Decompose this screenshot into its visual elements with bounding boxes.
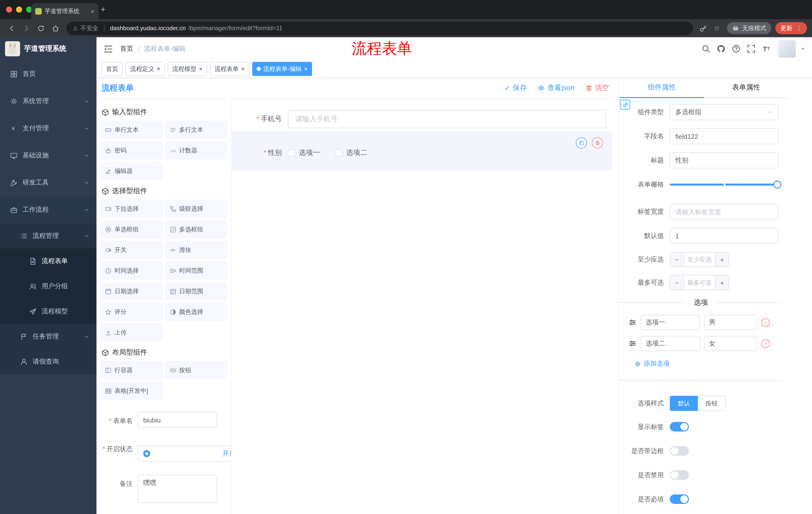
status-on-radio[interactable]: 开启 [138, 445, 232, 462]
sidebar-item-process-management[interactable]: 流程管理 [0, 223, 96, 248]
option-name-input[interactable] [641, 315, 700, 330]
palette-item-color-picker[interactable]: 颜色选择 [165, 303, 227, 321]
reload-button[interactable] [34, 21, 48, 35]
selected-widget-gender[interactable]: *性别 选项一 选项二 [232, 131, 612, 170]
window-close-button[interactable] [6, 6, 12, 12]
tag-process-model[interactable]: 流程模型× [168, 62, 207, 76]
decrease-button[interactable]: − [670, 276, 684, 290]
fullscreen-icon[interactable] [747, 44, 756, 54]
palette-item-single-line-text[interactable]: 单行文本 [100, 121, 163, 139]
palette-item-switch[interactable]: 开关 [100, 241, 163, 259]
remark-textarea[interactable]: 嘿嘿 [138, 475, 217, 503]
tag-close-icon[interactable]: × [199, 66, 203, 72]
decrease-button[interactable]: − [670, 252, 684, 267]
palette-item-cascader[interactable]: 级联选择 [165, 200, 227, 218]
tag-close-icon[interactable]: × [157, 66, 160, 72]
title-input[interactable] [670, 153, 778, 168]
tab-close-icon[interactable]: × [91, 8, 94, 14]
tab-component-props[interactable]: 组件属性 [619, 77, 704, 98]
option-value-input[interactable] [704, 315, 757, 330]
min-select-value[interactable]: 至少应选 [684, 252, 715, 267]
palette-item-row-container[interactable]: 行容器 [100, 361, 163, 379]
link-badge[interactable] [620, 100, 630, 110]
palette-item-slider[interactable]: 滑块 [165, 241, 227, 259]
drag-handle-icon[interactable] [629, 340, 637, 348]
security-warning-icon[interactable]: ⚠ [73, 25, 78, 31]
browser-tab[interactable]: 芋道管理系统 × [31, 3, 98, 19]
component-type-select[interactable]: 多选框组 [670, 104, 778, 120]
address-bar[interactable]: ⚠ 不安全 dashboard.yudao.iocoder.cn /bpm/ma… [66, 21, 693, 35]
border-toggle[interactable] [670, 446, 689, 456]
palette-item-time-picker[interactable]: 时间选择 [100, 262, 163, 280]
home-button[interactable] [49, 21, 62, 35]
checkbox[interactable] [335, 150, 342, 156]
palette-item-password[interactable]: 密码 [100, 141, 163, 159]
show-label-toggle[interactable] [670, 422, 689, 432]
field-name-input[interactable] [670, 128, 778, 144]
sidebar-item-process-form[interactable]: 流程表单 [0, 248, 96, 274]
tab-form-props[interactable]: 表单属性 [704, 77, 788, 98]
tag-process-form[interactable]: 流程表单× [210, 62, 249, 76]
sidebar-item-user-group[interactable]: 用户分组 [0, 274, 96, 299]
password-key-icon[interactable] [697, 22, 709, 34]
palette-item-select[interactable]: 下拉选择 [100, 200, 163, 218]
bookmark-star-icon[interactable]: ☆ [710, 22, 723, 34]
tag-home[interactable]: 首页 [102, 62, 123, 76]
sidebar-item-leave-query[interactable]: 请假查询 [0, 349, 96, 374]
copy-widget-button[interactable] [576, 137, 587, 148]
tag-process-definition[interactable]: 流程定义× [126, 62, 165, 76]
palette-item-radio-group[interactable]: 单选框组 [100, 220, 163, 238]
sidebar-item-process-model[interactable]: 流程模型 [0, 299, 96, 324]
sidebar-item-payment[interactable]: 支付管理 [0, 115, 96, 142]
form-name-input[interactable] [138, 412, 217, 428]
max-select-value[interactable]: 最多可选 [684, 276, 715, 290]
github-icon[interactable] [716, 44, 726, 54]
add-option-button[interactable]: ⊕ 添加选项 [635, 359, 788, 368]
sidebar-item-task-management[interactable]: 任务管理 [0, 324, 96, 349]
style-default-button[interactable]: 默认 [670, 396, 698, 411]
collapse-sidebar-icon[interactable] [104, 44, 113, 54]
clear-button[interactable]: 清空 [585, 83, 609, 92]
phone-field[interactable]: *手机号 请输入手机号 [232, 110, 619, 128]
palette-item-checkbox-group[interactable]: 多选框组 [165, 220, 227, 238]
font-size-icon[interactable]: TT [761, 44, 771, 54]
palette-item-date-range[interactable]: 日期范围 [165, 282, 227, 300]
new-tab-button[interactable]: + [97, 4, 109, 15]
increase-button[interactable]: + [715, 252, 729, 267]
view-json-button[interactable]: 查看json [538, 83, 574, 92]
form-grid-slider[interactable] [670, 177, 781, 193]
palette-item-table[interactable]: 表格[开发中] [100, 382, 163, 400]
remove-option-button[interactable]: − [761, 318, 770, 327]
search-icon[interactable] [701, 44, 711, 54]
required-toggle[interactable] [670, 494, 689, 504]
browser-menu-icon[interactable]: ⋮ [796, 25, 802, 32]
gender-option-1[interactable]: 选项一 [288, 148, 320, 157]
phone-input[interactable]: 请输入手机号 [288, 110, 606, 128]
option-name-input[interactable] [641, 336, 700, 351]
palette-item-button[interactable]: 按钮 [165, 361, 227, 379]
sidebar-item-home[interactable]: 首页 [0, 60, 96, 87]
tag-process-form-edit[interactable]: 流程表单-编辑× [252, 62, 312, 76]
palette-item-editor[interactable]: 编辑器 [100, 162, 163, 180]
slider-handle[interactable] [773, 181, 781, 189]
browser-update-button[interactable]: 更新 ⋮ [775, 22, 807, 34]
help-icon[interactable] [731, 44, 741, 54]
checkbox[interactable] [288, 150, 295, 156]
increase-button[interactable]: + [715, 276, 729, 290]
tag-close-icon[interactable]: × [241, 66, 245, 72]
delete-widget-button[interactable] [592, 137, 603, 148]
window-minimize-button[interactable] [16, 6, 22, 12]
palette-item-upload[interactable]: 上传 [100, 323, 163, 342]
palette-item-time-range[interactable]: 时间范围 [165, 262, 227, 280]
palette-item-textarea[interactable]: 多行文本 [165, 121, 227, 139]
sidebar-item-infrastructure[interactable]: 基础设施 [0, 142, 96, 169]
gender-option-2[interactable]: 选项二 [335, 148, 367, 157]
option-value-input[interactable] [704, 336, 757, 351]
remove-option-button[interactable]: − [761, 339, 770, 348]
disabled-toggle[interactable] [670, 470, 689, 480]
breadcrumb-home[interactable]: 首页 [120, 44, 133, 53]
palette-item-rate[interactable]: 评分 [100, 303, 163, 321]
sidebar-item-devtools[interactable]: 研发工具 [0, 169, 96, 196]
label-width-input[interactable] [670, 204, 778, 220]
palette-item-date-picker[interactable]: 日期选择 [100, 282, 163, 300]
